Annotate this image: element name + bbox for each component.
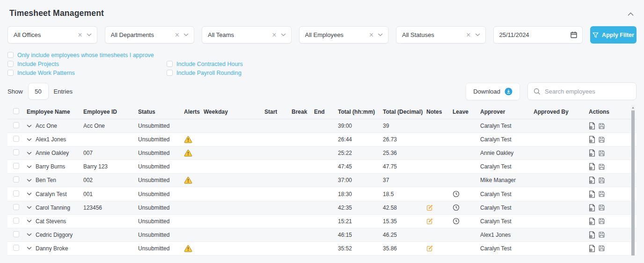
approve-only-checkbox[interactable] xyxy=(7,52,14,58)
save-timesheet-icon[interactable] xyxy=(599,177,605,183)
column-header[interactable]: End xyxy=(314,109,338,115)
expand-row-icon[interactable] xyxy=(27,233,32,236)
column-header[interactable]: Total (Decimal) xyxy=(383,109,426,115)
team-filter-select[interactable]: All Teams × xyxy=(202,26,292,44)
entries-count-input[interactable] xyxy=(28,83,49,100)
apply-filter-button[interactable]: Apply Filter xyxy=(590,26,637,44)
row-checkbox[interactable] xyxy=(13,204,19,210)
option-approve-only[interactable]: Only include employees whose timesheets … xyxy=(7,52,154,58)
expand-row-icon[interactable] xyxy=(27,219,32,223)
column-header[interactable]: Alerts xyxy=(184,109,204,115)
alert-warning-icon xyxy=(184,138,192,143)
column-header[interactable]: Notes xyxy=(426,109,453,115)
note-icon[interactable] xyxy=(426,206,433,211)
row-checkbox[interactable] xyxy=(13,136,19,142)
row-checkbox[interactable] xyxy=(13,176,19,183)
row-checkbox[interactable] xyxy=(13,122,19,128)
save-timesheet-icon[interactable] xyxy=(599,232,605,238)
clear-icon[interactable]: × xyxy=(78,31,82,39)
view-timesheet-report-icon[interactable] xyxy=(589,245,595,252)
expand-row-icon[interactable] xyxy=(27,179,32,182)
expand-row-icon[interactable] xyxy=(27,192,32,196)
clear-icon[interactable]: × xyxy=(272,31,276,39)
employee-filter-select[interactable]: All Employees × xyxy=(299,26,389,44)
note-icon[interactable] xyxy=(426,247,433,252)
scroll-up-arrow-icon[interactable]: ▲ xyxy=(631,106,635,109)
save-timesheet-icon[interactable] xyxy=(599,245,605,251)
calendar-icon[interactable] xyxy=(571,31,577,38)
save-timesheet-icon[interactable] xyxy=(599,191,605,197)
leave-clock-icon[interactable] xyxy=(453,192,460,197)
column-header[interactable]: Employee Name xyxy=(27,109,83,115)
search-employees-input[interactable] xyxy=(545,88,630,95)
option-include-work-patterns[interactable]: Include Work Patterns xyxy=(7,70,167,76)
row-checkbox[interactable] xyxy=(13,245,19,251)
employee-id: 123456 xyxy=(83,205,138,211)
save-timesheet-icon[interactable] xyxy=(599,150,605,156)
view-timesheet-report-icon[interactable] xyxy=(589,136,595,143)
scrollbar-thumb[interactable] xyxy=(631,110,635,256)
view-timesheet-report-icon[interactable] xyxy=(589,176,595,184)
include-payroll-rounding-checkbox[interactable] xyxy=(167,70,173,76)
expand-row-icon[interactable] xyxy=(27,152,32,155)
approver: Caralyn Test xyxy=(480,163,534,170)
option-include-projects[interactable]: Include Projects xyxy=(7,61,167,67)
column-header[interactable]: Status xyxy=(138,109,184,115)
note-icon[interactable] xyxy=(426,219,433,225)
expand-row-icon[interactable] xyxy=(27,206,32,209)
employee-name: Alex1 Jones xyxy=(36,136,66,143)
view-timesheet-report-icon[interactable] xyxy=(589,163,595,170)
table-scrollbar[interactable]: ▲ xyxy=(631,105,635,256)
clear-icon[interactable]: × xyxy=(369,31,373,39)
column-header[interactable]: Approved By xyxy=(534,109,589,115)
save-timesheet-icon[interactable] xyxy=(599,205,605,211)
include-work-patterns-checkbox[interactable] xyxy=(7,70,14,76)
include-contracted-hours-checkbox[interactable] xyxy=(167,61,173,67)
column-header[interactable]: Weekday xyxy=(204,109,264,115)
department-filter-select[interactable]: All Departments × xyxy=(105,26,195,44)
save-timesheet-icon[interactable] xyxy=(599,137,605,143)
save-timesheet-icon[interactable] xyxy=(599,218,605,224)
select-all-checkbox[interactable] xyxy=(13,108,19,114)
date-filter-input[interactable]: 25/11/2024 xyxy=(493,26,583,44)
timesheet-table: Employee Name Employee ID Status Alerts … xyxy=(7,105,637,256)
option-include-payroll-rounding[interactable]: Include Payroll Rounding xyxy=(167,70,242,76)
column-header[interactable]: Leave xyxy=(453,109,480,115)
view-timesheet-report-icon[interactable] xyxy=(589,149,595,157)
column-header[interactable]: Employee ID xyxy=(83,109,138,115)
row-checkbox[interactable] xyxy=(13,218,19,224)
status-filter-select[interactable]: All Statuses × xyxy=(396,26,486,44)
expand-row-icon[interactable] xyxy=(27,124,32,128)
expand-row-icon[interactable] xyxy=(27,165,32,168)
view-timesheet-report-icon[interactable] xyxy=(589,122,595,130)
status: Unsubmitted xyxy=(138,232,184,238)
leave-clock-icon[interactable] xyxy=(453,206,460,211)
view-timesheet-report-icon[interactable] xyxy=(589,204,595,212)
collapse-panel-icon[interactable] xyxy=(628,12,634,16)
row-checkbox[interactable] xyxy=(13,190,19,197)
clear-icon[interactable]: × xyxy=(466,31,470,39)
option-include-contracted-hours[interactable]: Include Contracted Hours xyxy=(167,61,243,67)
column-header[interactable]: Start xyxy=(264,109,292,115)
save-timesheet-icon[interactable] xyxy=(599,164,605,170)
download-button[interactable]: Download xyxy=(466,83,520,100)
expand-row-icon[interactable] xyxy=(27,247,32,250)
include-projects-checkbox[interactable] xyxy=(7,61,14,67)
row-checkbox[interactable] xyxy=(13,163,19,169)
column-header[interactable]: Break xyxy=(292,109,314,115)
view-timesheet-report-icon[interactable] xyxy=(589,231,595,239)
filter-options: Only include employees whose timesheets … xyxy=(7,51,637,77)
row-checkbox[interactable] xyxy=(13,231,19,237)
column-header[interactable]: Actions xyxy=(589,109,628,115)
save-timesheet-icon[interactable] xyxy=(599,123,605,129)
clear-icon[interactable]: × xyxy=(175,31,179,39)
office-filter-select[interactable]: All Offices × xyxy=(7,26,97,44)
option-label: Include Contracted Hours xyxy=(176,61,243,67)
leave-clock-icon[interactable] xyxy=(453,219,460,225)
row-checkbox[interactable] xyxy=(13,149,19,155)
column-header[interactable]: Approver xyxy=(480,109,534,115)
view-timesheet-report-icon[interactable] xyxy=(589,218,595,225)
column-header[interactable]: Total (hh:mm) xyxy=(338,109,383,115)
expand-row-icon[interactable] xyxy=(27,138,32,141)
view-timesheet-report-icon[interactable] xyxy=(589,190,595,198)
